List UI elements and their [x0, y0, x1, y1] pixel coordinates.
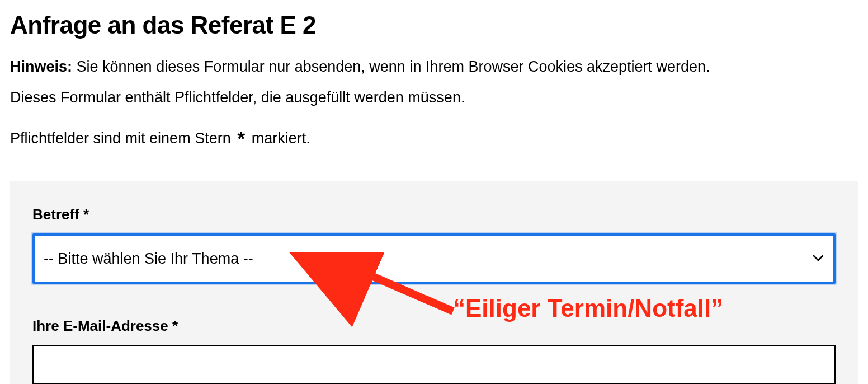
notice-label: Hinweis:	[10, 58, 72, 75]
notice-paragraph-2: Dieses Formular enthält Pflichtfelder, d…	[10, 86, 858, 110]
betreff-select-wrapper: -- Bitte wählen Sie Ihr Thema --	[32, 233, 836, 284]
field-email: Ihre E-Mail-Adresse *	[32, 317, 836, 384]
notice-paragraph-1: Hinweis: Sie können dieses Formular nur …	[10, 55, 858, 79]
email-input[interactable]	[32, 345, 836, 384]
betreff-select[interactable]: -- Bitte wählen Sie Ihr Thema --	[32, 233, 836, 284]
mandatory-note-suffix: markiert.	[247, 130, 310, 147]
mandatory-note-prefix: Pflichtfelder sind mit einem Stern	[10, 130, 235, 147]
form-panel: Betreff * -- Bitte wählen Sie Ihr Thema …	[10, 181, 858, 384]
email-label: Ihre E-Mail-Adresse *	[32, 317, 836, 335]
mandatory-note: Pflichtfelder sind mit einem Stern * mar…	[10, 127, 858, 159]
notice-text-1: Sie können dieses Formular nur absenden,…	[72, 58, 710, 75]
field-betreff: Betreff * -- Bitte wählen Sie Ihr Thema …	[32, 206, 836, 284]
betreff-label: Betreff *	[32, 206, 836, 223]
page-title: Anfrage an das Referat E 2	[10, 11, 858, 39]
asterisk-symbol: *	[235, 128, 247, 151]
